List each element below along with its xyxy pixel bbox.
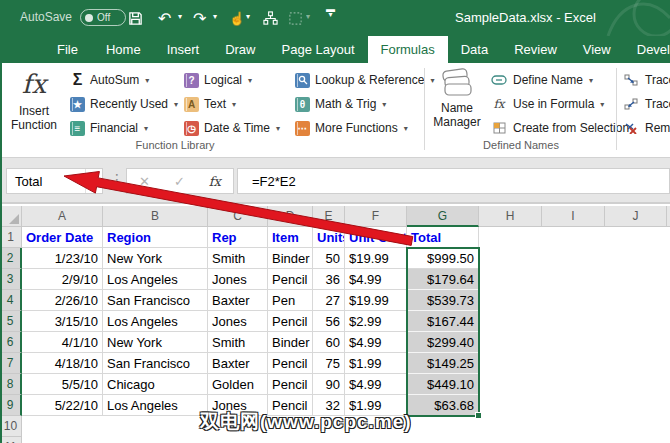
- row-header-10[interactable]: 10: [0, 416, 22, 437]
- cell[interactable]: 27: [313, 290, 345, 311]
- row-header-6[interactable]: 6: [0, 332, 22, 353]
- tab-insert[interactable]: Insert: [154, 36, 213, 63]
- cell[interactable]: Baxter: [208, 353, 268, 374]
- select-all-corner[interactable]: [0, 206, 22, 227]
- header-cell[interactable]: Rep: [208, 227, 268, 248]
- cell[interactable]: 50: [313, 248, 345, 269]
- column-header-d[interactable]: D: [268, 206, 313, 227]
- row-header-7[interactable]: 7: [0, 353, 22, 374]
- column-header-h[interactable]: H: [479, 206, 542, 227]
- cell[interactable]: 36: [313, 269, 345, 290]
- cell[interactable]: Baxter: [208, 290, 268, 311]
- cell[interactable]: $4.99: [345, 269, 407, 290]
- cell[interactable]: 90: [313, 374, 345, 395]
- redo-icon[interactable]: ↷: [193, 6, 206, 30]
- touch-mode-icon[interactable]: ☝: [229, 6, 245, 30]
- cell[interactable]: San Francisco: [103, 290, 208, 311]
- cell[interactable]: 75: [313, 353, 345, 374]
- org-chart-icon[interactable]: [263, 6, 278, 30]
- cell[interactable]: $179.64: [407, 269, 479, 290]
- cell[interactable]: New York: [103, 332, 208, 353]
- redo-dropdown-icon[interactable]: ▾: [213, 12, 217, 21]
- name-box[interactable]: Total ▾: [6, 168, 103, 194]
- formula-bar-resizer[interactable]: ⋮: [110, 171, 123, 187]
- recently-used-button[interactable]: ★Recently Used▾: [70, 93, 178, 115]
- touch-mode-dropdown-icon[interactable]: ▾: [246, 12, 250, 21]
- cell[interactable]: $149.25: [407, 353, 479, 374]
- cell[interactable]: 4/1/10: [22, 332, 103, 353]
- cell[interactable]: Jones: [208, 269, 268, 290]
- cancel-icon[interactable]: ✕: [139, 174, 150, 189]
- tab-review[interactable]: Review: [501, 36, 570, 63]
- cell[interactable]: 60: [313, 332, 345, 353]
- row-header-3[interactable]: 3: [0, 269, 22, 290]
- cell[interactable]: Golden: [208, 374, 268, 395]
- more-functions-button[interactable]: ⋯More Functions▾: [295, 117, 408, 139]
- cell[interactable]: Binder: [268, 248, 313, 269]
- cell[interactable]: 2/26/10: [22, 290, 103, 311]
- cell[interactable]: Pencil: [268, 374, 313, 395]
- cell[interactable]: $19.99: [345, 290, 407, 311]
- insert-function-icon[interactable]: fx: [209, 174, 221, 189]
- cell[interactable]: 5/5/10: [22, 374, 103, 395]
- cell[interactable]: Jones: [208, 311, 268, 332]
- cell[interactable]: Smith: [208, 248, 268, 269]
- column-header-a[interactable]: A: [22, 206, 103, 227]
- cell[interactable]: San Francisco: [103, 353, 208, 374]
- tab-formulas[interactable]: Formulas: [368, 36, 448, 63]
- cell[interactable]: $167.44: [407, 311, 479, 332]
- formula-input[interactable]: =F2*E2: [237, 168, 670, 194]
- financial-button[interactable]: ≡Financial▾: [70, 117, 148, 139]
- column-header-j[interactable]: J: [605, 206, 667, 227]
- cell[interactable]: 4/18/10: [22, 353, 103, 374]
- autosum-button[interactable]: ΣAutoSum▾: [70, 69, 149, 91]
- cell[interactable]: Smith: [208, 332, 268, 353]
- remove-arrows-button[interactable]: Remove Arrows: [622, 117, 670, 139]
- row-header-5[interactable]: 5: [0, 311, 22, 332]
- tab-page-layout[interactable]: Page Layout: [269, 36, 368, 63]
- column-header-i[interactable]: I: [542, 206, 605, 227]
- cell[interactable]: $4.99: [345, 374, 407, 395]
- insert-function-button[interactable]: fx Insert Function: [6, 67, 62, 153]
- cell[interactable]: $999.50: [407, 248, 479, 269]
- define-name-button[interactable]: Define Name▾: [490, 69, 593, 91]
- trace-dependents-button[interactable]: Trace Dependents: [622, 93, 670, 115]
- cell[interactable]: $2.99: [345, 311, 407, 332]
- save-icon[interactable]: [128, 6, 143, 30]
- tab-file[interactable]: File: [42, 36, 93, 63]
- tab-developer[interactable]: Developer: [624, 36, 670, 63]
- cell[interactable]: Los Angeles: [103, 395, 208, 416]
- column-header-c[interactable]: C: [208, 206, 268, 227]
- cell[interactable]: Los Angeles: [103, 269, 208, 290]
- row-header-9[interactable]: 9: [0, 395, 22, 416]
- cell[interactable]: 56: [313, 311, 345, 332]
- fill-handle[interactable]: [475, 412, 482, 419]
- cell[interactable]: $19.99: [345, 248, 407, 269]
- header-cell[interactable]: Item: [268, 227, 313, 248]
- cell[interactable]: Chicago: [103, 374, 208, 395]
- cell[interactable]: New York: [103, 248, 208, 269]
- row-header-4[interactable]: 4: [0, 290, 22, 311]
- tab-data[interactable]: Data: [448, 36, 501, 63]
- row-header-2[interactable]: 2: [0, 248, 22, 269]
- lookup-reference-button[interactable]: Lookup & Reference▾: [295, 69, 434, 91]
- column-header-g[interactable]: G: [407, 206, 479, 227]
- cell[interactable]: $539.73: [407, 290, 479, 311]
- trace-precedents-button[interactable]: Trace Precedents: [622, 69, 670, 91]
- column-header-f[interactable]: F: [345, 206, 407, 227]
- row-header-8[interactable]: 8: [0, 374, 22, 395]
- cell[interactable]: 2/9/10: [22, 269, 103, 290]
- cell[interactable]: $1.99: [345, 353, 407, 374]
- column-header-e[interactable]: E: [313, 206, 345, 227]
- use-in-formula-button[interactable]: fxUse in Formula▾: [490, 93, 604, 115]
- row-header-11[interactable]: 11: [0, 437, 22, 443]
- autosave-toggle[interactable]: Off: [80, 9, 126, 26]
- customize-qat-icon[interactable]: ▬▾: [326, 6, 335, 30]
- cell[interactable]: 1/23/10: [22, 248, 103, 269]
- create-from-selection-button[interactable]: Create from Selection: [490, 117, 629, 139]
- tab-home[interactable]: Home: [93, 36, 154, 63]
- cell[interactable]: $4.99: [345, 332, 407, 353]
- undo-icon[interactable]: ↶: [158, 6, 171, 30]
- header-cell[interactable]: Order Date: [22, 227, 103, 248]
- header-cell[interactable]: Unit Cost: [345, 227, 407, 248]
